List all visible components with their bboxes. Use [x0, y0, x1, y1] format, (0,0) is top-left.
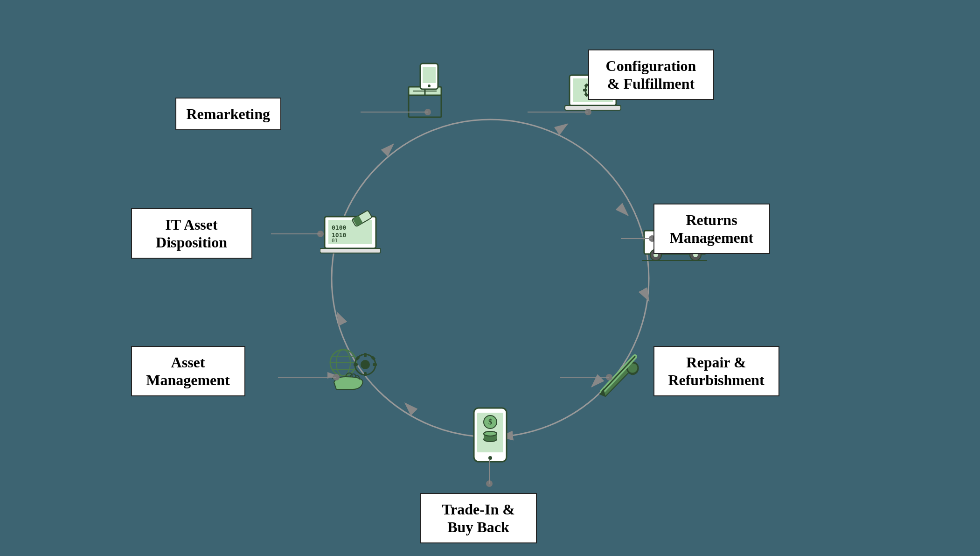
svg-rect-51	[373, 363, 377, 366]
configuration-label: Configuration& Fulfillment	[606, 57, 696, 92]
svg-rect-11	[565, 106, 621, 110]
diagram-container: $	[70, 21, 910, 535]
returns-label-box: ReturnsManagement	[653, 204, 770, 254]
svg-point-34	[488, 456, 492, 460]
repair-label-box: Repair &Refurbishment	[653, 346, 779, 397]
configuration-label-box: Configuration& Fulfillment	[588, 49, 714, 100]
connector-dot-asset-mgmt	[333, 374, 340, 380]
connector-dot-configuration	[585, 109, 591, 115]
svg-text:0100: 0100	[332, 224, 346, 231]
svg-rect-48	[364, 353, 367, 357]
svg-rect-16	[583, 89, 587, 91]
it-asset-icon: 0100 1010 01	[320, 207, 381, 260]
svg-rect-49	[364, 372, 367, 376]
trade-in-icon: $	[467, 406, 514, 468]
repair-icon	[591, 347, 646, 405]
asset-mgmt-label: AssetManagement	[146, 354, 230, 388]
svg-point-8	[428, 84, 431, 87]
asset-management-icon	[322, 345, 383, 403]
trade-in-label-box: Trade-In &Buy Back	[420, 493, 537, 544]
svg-point-40	[484, 431, 497, 436]
svg-rect-7	[423, 67, 436, 83]
returns-label: ReturnsManagement	[670, 211, 754, 246]
svg-text:01: 01	[332, 238, 338, 244]
connector-dot-it-asset	[317, 231, 324, 237]
asset-mgmt-label-box: AssetManagement	[131, 346, 245, 397]
remarketing-label: Remarketing	[187, 106, 271, 122]
svg-point-47	[361, 360, 370, 369]
connector-dot-remarketing	[424, 109, 431, 115]
trade-in-label: Trade-In &Buy Back	[442, 501, 515, 535]
svg-rect-56	[320, 248, 381, 253]
it-asset-label-box: IT AssetDisposition	[131, 208, 252, 259]
repair-label: Repair &Refurbishment	[668, 354, 764, 388]
remarketing-label-box: Remarketing	[175, 98, 282, 130]
connector-dot-repair	[606, 374, 612, 380]
it-asset-label: IT AssetDisposition	[156, 216, 227, 251]
svg-rect-50	[354, 363, 358, 366]
connector-dot-trade-in	[486, 480, 493, 487]
svg-text:$: $	[488, 418, 492, 426]
